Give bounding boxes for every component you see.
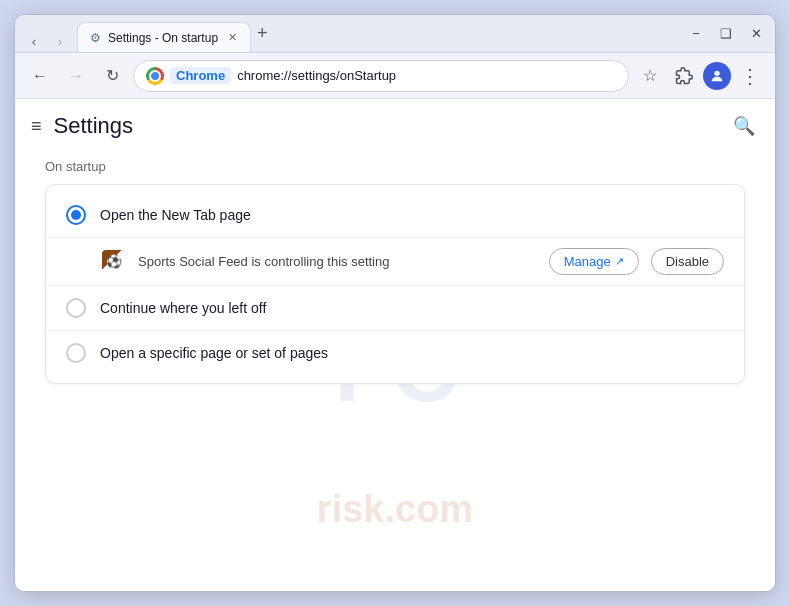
- chrome-menu-btn[interactable]: ⋮: [735, 61, 765, 91]
- chrome-brand-label: Chrome: [170, 67, 231, 84]
- browser-window: ‹ › ⚙ Settings - On startup ✕ + − ❑ ✕ ← …: [14, 14, 776, 592]
- radio-continue[interactable]: [66, 298, 86, 318]
- hamburger-menu-icon[interactable]: ≡: [31, 116, 42, 137]
- page-title: Settings: [54, 113, 134, 139]
- tab-bar: ‹ › ⚙ Settings - On startup ✕ +: [23, 15, 679, 52]
- startup-options-card: Open the New Tab page ⚽ Sports Social Fe…: [45, 184, 745, 384]
- content-area: ≡ Settings 🔍 PC risk.com On startup Open…: [15, 99, 775, 591]
- option-new-tab-label: Open the New Tab page: [100, 207, 251, 223]
- radio-new-tab-inner: [71, 210, 81, 220]
- extension-row: ⚽ Sports Social Feed is controlling this…: [46, 238, 744, 285]
- forward-btn[interactable]: →: [61, 61, 91, 91]
- watermark-risk: risk.com: [317, 488, 473, 531]
- window-controls: − ❑ ✕: [685, 23, 767, 45]
- tab-title: Settings - On startup: [108, 31, 218, 45]
- bookmark-btn[interactable]: ☆: [635, 61, 665, 91]
- tab-settings-icon: ⚙: [88, 31, 102, 45]
- extension-text: Sports Social Feed is controlling this s…: [138, 254, 537, 269]
- minimize-btn[interactable]: −: [685, 23, 707, 45]
- address-bar[interactable]: Chrome chrome://settings/onStartup: [133, 60, 629, 92]
- tab-back-btn[interactable]: ‹: [23, 30, 45, 52]
- title-bar: ‹ › ⚙ Settings - On startup ✕ + − ❑ ✕: [15, 15, 775, 53]
- profile-btn[interactable]: [703, 62, 731, 90]
- option-continue-row[interactable]: Continue where you left off: [46, 286, 744, 330]
- disable-btn[interactable]: Disable: [651, 248, 724, 275]
- manage-btn-label: Manage: [564, 254, 611, 269]
- manage-btn[interactable]: Manage ↗: [549, 248, 639, 275]
- maximize-btn[interactable]: ❑: [715, 23, 737, 45]
- new-tab-btn[interactable]: +: [251, 23, 274, 44]
- close-btn[interactable]: ✕: [745, 23, 767, 45]
- manage-external-icon: ↗: [615, 255, 624, 268]
- option-new-tab-row[interactable]: Open the New Tab page: [46, 193, 744, 237]
- active-tab[interactable]: ⚙ Settings - On startup ✕: [77, 22, 251, 52]
- nav-icons: ☆ ⋮: [635, 61, 765, 91]
- svg-point-0: [714, 70, 719, 75]
- option-specific-page-row[interactable]: Open a specific page or set of pages: [46, 331, 744, 375]
- section-label: On startup: [45, 159, 745, 174]
- address-text: chrome://settings/onStartup: [237, 68, 616, 83]
- settings-search-icon[interactable]: 🔍: [733, 115, 755, 137]
- main-content: PC risk.com On startup Open the New Tab …: [15, 149, 775, 591]
- page-header: ≡ Settings 🔍: [15, 99, 775, 149]
- radio-specific-page[interactable]: [66, 343, 86, 363]
- option-continue-label: Continue where you left off: [100, 300, 266, 316]
- radio-new-tab[interactable]: [66, 205, 86, 225]
- option-specific-page-label: Open a specific page or set of pages: [100, 345, 328, 361]
- extensions-btn[interactable]: [669, 61, 699, 91]
- tab-forward-btn[interactable]: ›: [49, 30, 71, 52]
- close-tab-btn[interactable]: ✕: [224, 30, 240, 46]
- extension-icon: ⚽: [102, 250, 126, 274]
- chrome-logo-icon: [146, 67, 164, 85]
- back-btn[interactable]: ←: [25, 61, 55, 91]
- reload-btn[interactable]: ↻: [97, 61, 127, 91]
- nav-bar: ← → ↻ Chrome chrome://settings/onStartup…: [15, 53, 775, 99]
